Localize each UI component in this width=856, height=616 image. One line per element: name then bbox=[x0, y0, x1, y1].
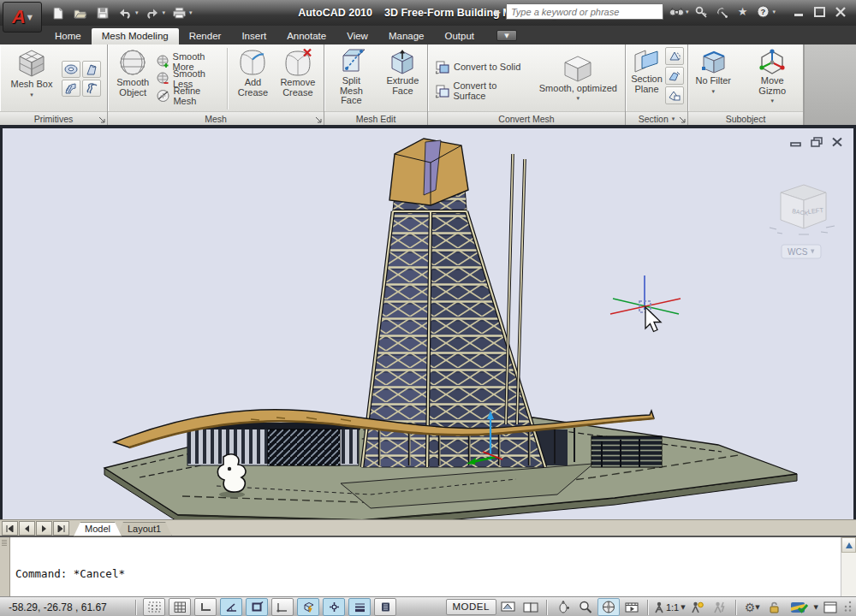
workspace-switching-button[interactable]: ⚙▼ bbox=[742, 599, 763, 615]
dynamic-input-toggle[interactable] bbox=[323, 598, 345, 616]
qat-menu-dropdown[interactable]: ▾ bbox=[189, 9, 193, 16]
help-dropdown[interactable]: ▾ bbox=[772, 9, 776, 15]
help-button[interactable]: ? bbox=[755, 5, 770, 19]
generate-section-button[interactable] bbox=[665, 86, 684, 104]
mesh-box-button[interactable]: Mesh Box ▾ bbox=[3, 47, 60, 110]
remove-crease-button[interactable]: Remove Crease bbox=[276, 47, 320, 110]
extrude-face-button[interactable]: Extrude Face bbox=[382, 47, 424, 110]
undo-dropdown[interactable]: ▾ bbox=[135, 9, 139, 16]
move-gizmo-button[interactable]: Move Gizmo ▾ bbox=[745, 47, 800, 110]
tab-home[interactable]: Home bbox=[45, 28, 92, 44]
drawing-restore-button[interactable] bbox=[811, 137, 823, 147]
smooth-less-button[interactable]: Smooth Less bbox=[156, 70, 223, 87]
add-jog-button[interactable] bbox=[665, 67, 684, 85]
annotation-visibility-button[interactable] bbox=[687, 599, 708, 615]
object-snap-tracking-toggle[interactable] bbox=[271, 598, 294, 616]
section-panel-dropdown-icon[interactable]: ▾ bbox=[672, 116, 675, 122]
no-filter-button[interactable]: No Filter ▾ bbox=[692, 47, 734, 110]
performance-tuner-button[interactable] bbox=[787, 599, 812, 615]
scroll-up-button[interactable] bbox=[841, 537, 856, 553]
snap-mode-toggle[interactable] bbox=[143, 598, 165, 616]
redo-dropdown[interactable]: ▾ bbox=[163, 9, 166, 16]
add-crease-button[interactable]: Add Crease bbox=[232, 47, 274, 110]
layout1-tab[interactable]: Layout1 bbox=[116, 522, 172, 536]
toolbar-lock-button[interactable] bbox=[764, 599, 785, 615]
command-window-grip[interactable] bbox=[0, 537, 10, 598]
plot-button[interactable] bbox=[170, 5, 187, 21]
resize-grip[interactable] bbox=[842, 600, 853, 615]
tab-first-button[interactable] bbox=[2, 521, 18, 536]
new-button[interactable] bbox=[50, 5, 67, 21]
fan-surface-icon bbox=[64, 82, 78, 94]
smooth-optimized-button[interactable]: Smooth, optimized ▾ bbox=[535, 53, 621, 105]
zoom-button[interactable] bbox=[575, 599, 596, 615]
subscription-button[interactable] bbox=[693, 5, 709, 19]
drawing-area[interactable]: BACK LEFT WCS bbox=[3, 128, 853, 519]
minimize-button[interactable] bbox=[793, 6, 806, 17]
search-input[interactable] bbox=[506, 3, 663, 20]
dynamic-ucs-toggle[interactable] bbox=[297, 598, 319, 616]
redo-button[interactable] bbox=[144, 5, 161, 21]
live-section-button[interactable] bbox=[665, 47, 684, 65]
search-button[interactable] bbox=[669, 5, 684, 19]
edge-surface-button[interactable] bbox=[82, 61, 101, 78]
drawing-canvas[interactable]: BACK LEFT WCS bbox=[3, 128, 853, 519]
refine-mesh-button[interactable]: Refine Mesh bbox=[156, 87, 223, 104]
tab-output[interactable]: Output bbox=[434, 28, 484, 44]
tab-mesh-modeling[interactable]: Mesh Modeling bbox=[92, 28, 179, 44]
tab-prev-button[interactable] bbox=[19, 521, 35, 536]
model-tab[interactable]: Model bbox=[74, 522, 122, 536]
annotation-autoscale-button[interactable] bbox=[710, 599, 730, 615]
object-snap-toggle[interactable] bbox=[246, 598, 268, 616]
lineweight-toggle[interactable] bbox=[348, 598, 371, 616]
open-button[interactable] bbox=[72, 5, 89, 21]
status-menu-dropdown[interactable]: ▼ bbox=[814, 604, 818, 611]
maximize-button[interactable] bbox=[813, 6, 827, 17]
ribbon-minimize-button[interactable]: ▼ bbox=[496, 30, 517, 41]
tab-manage[interactable]: Manage bbox=[378, 28, 435, 44]
polar-tracking-toggle[interactable] bbox=[220, 598, 242, 616]
show-motion-button[interactable] bbox=[621, 599, 642, 615]
drawing-close-button[interactable] bbox=[831, 137, 843, 147]
panel-expand-dart-icon[interactable] bbox=[315, 116, 322, 123]
annotation-scale-button[interactable]: 1:1 ▼ bbox=[654, 601, 686, 613]
tab-insert[interactable]: Insert bbox=[231, 28, 276, 44]
search-dropdown[interactable]: ▾ bbox=[686, 9, 689, 15]
clean-screen-button[interactable] bbox=[820, 599, 841, 615]
model-space-button[interactable]: MODEL bbox=[446, 599, 496, 615]
undo-button[interactable] bbox=[116, 5, 134, 21]
tab-next-button[interactable] bbox=[36, 521, 52, 536]
smooth-optimized-icon bbox=[562, 54, 593, 83]
quick-properties-toggle[interactable] bbox=[374, 598, 396, 616]
communication-center-button[interactable] bbox=[714, 5, 729, 19]
ortho-mode-toggle[interactable] bbox=[194, 598, 217, 616]
panel-expand-dart-icon[interactable] bbox=[98, 116, 105, 123]
section-plane-button[interactable]: Section Plane bbox=[629, 47, 664, 110]
panel-expand-dart-icon[interactable] bbox=[679, 116, 686, 123]
tabulated-surface-button[interactable] bbox=[82, 80, 101, 97]
quick-view-drawings-button[interactable] bbox=[498, 599, 519, 615]
convert-to-solid-button[interactable]: Convert to Solid bbox=[435, 58, 530, 75]
smooth-more-button[interactable]: Smooth More bbox=[156, 53, 223, 70]
infocenter-expand-icon[interactable]: ▶ bbox=[495, 8, 501, 16]
close-button[interactable] bbox=[834, 6, 847, 17]
tab-view[interactable]: View bbox=[336, 28, 378, 44]
save-button[interactable] bbox=[94, 5, 111, 21]
grid-display-toggle[interactable] bbox=[169, 598, 191, 616]
smooth-object-button[interactable]: Smooth Object bbox=[111, 47, 154, 110]
tab-annotate[interactable]: Annotate bbox=[276, 28, 336, 44]
tab-render[interactable]: Render bbox=[179, 28, 232, 44]
wcs-menu[interactable]: WCS bbox=[782, 245, 821, 258]
pan-button[interactable] bbox=[553, 599, 574, 615]
steering-wheel-button[interactable] bbox=[597, 598, 620, 616]
colonnade-building bbox=[185, 423, 360, 465]
drawing-minimize-button[interactable] bbox=[790, 137, 803, 147]
revolved-surface-button[interactable] bbox=[62, 61, 80, 78]
favorites-star-icon[interactable]: ★ bbox=[734, 5, 750, 19]
quick-view-layouts-button[interactable] bbox=[520, 599, 541, 615]
ruled-surface-button[interactable] bbox=[62, 80, 80, 97]
tab-last-button[interactable] bbox=[53, 521, 69, 536]
convert-to-surface-button[interactable]: Convert to Surface bbox=[435, 82, 530, 99]
split-mesh-face-button[interactable]: Split Mesh Face bbox=[328, 47, 375, 110]
application-menu-button[interactable]: A ▼ bbox=[3, 2, 42, 33]
